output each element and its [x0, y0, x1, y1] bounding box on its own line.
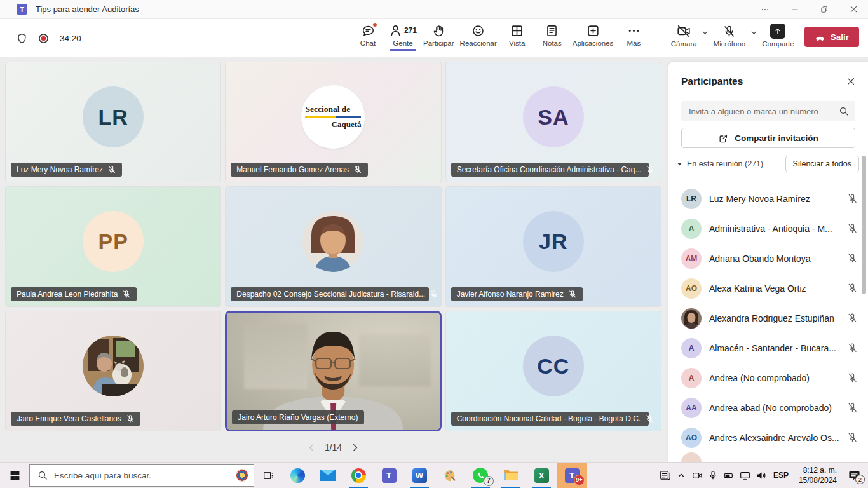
participant-row[interactable]: AA Andrea abad (No comprobado): [668, 393, 868, 423]
taskbar-app-teams[interactable]: T: [374, 463, 404, 488]
share-button[interactable]: Comparte: [762, 23, 794, 48]
in-meeting-section-header[interactable]: En esta reunión (271): [676, 159, 763, 168]
participant-row[interactable]: AO Andres Alexsaindre Arevalo Os...: [668, 423, 868, 452]
mic-off-icon: [847, 342, 858, 353]
restore-button[interactable]: [810, 0, 839, 19]
avatar: SA: [523, 86, 584, 147]
minimize-button[interactable]: [780, 0, 810, 19]
gallery-pagination: 1/14: [5, 442, 661, 452]
language-indicator[interactable]: ESP: [769, 471, 793, 480]
close-button[interactable]: [839, 0, 868, 19]
next-page-button[interactable]: [350, 443, 360, 452]
avatar: LR: [83, 86, 144, 147]
microphone-button[interactable]: Micrófono: [714, 23, 746, 48]
avatar: AO: [681, 278, 702, 299]
video-tile[interactable]: CC Coordinación Nacional Calidad - Bogot…: [445, 311, 661, 431]
avatar: JR: [523, 211, 584, 272]
participant-row[interactable]: A Almacén - Santander - Bucara...: [668, 333, 868, 363]
taskbar-app-explorer[interactable]: [496, 463, 526, 488]
participants-list: LR Luz Mery Novoa Ramírez A Administrati…: [668, 184, 868, 462]
tab-view[interactable]: Vista: [503, 23, 532, 51]
taskbar-app-teams-active[interactable]: T 9+: [557, 463, 587, 488]
avatar: A: [681, 338, 702, 358]
taskbar-app-paint[interactable]: [435, 463, 465, 488]
tab-react[interactable]: Reaccionar: [460, 23, 497, 51]
mic-off-icon: [847, 432, 858, 443]
volume-icon[interactable]: [753, 463, 769, 488]
tab-people[interactable]: 271 Gente: [388, 23, 417, 51]
share-invitation-button[interactable]: Compartir invitación: [681, 128, 855, 148]
tray-date: 15/08/2024: [799, 476, 837, 485]
video-tile[interactable]: Despacho 02 Consejo Seccional Judicatura…: [225, 186, 441, 307]
start-button[interactable]: [0, 463, 29, 488]
profile-photo-avatar: [302, 211, 363, 272]
taskbar-app-whatsapp[interactable]: 7: [465, 463, 496, 488]
file-explorer-icon: [503, 469, 519, 482]
participant-row[interactable]: A Administrativa - Antioquia - M...: [668, 214, 868, 243]
taskbar-app-word[interactable]: W: [404, 463, 435, 488]
close-panel-button[interactable]: [841, 72, 860, 91]
taskbar-app-mail[interactable]: [313, 463, 343, 488]
camera-button[interactable]: Cámara: [671, 23, 697, 48]
mic-off-icon: [645, 414, 654, 423]
taskbar-app-excel[interactable]: X: [526, 463, 557, 488]
video-tile[interactable]: Seccional de Caquetá Manuel Fernando Gom…: [225, 62, 441, 182]
tab-chat[interactable]: Chat: [353, 23, 383, 51]
active-speaker-video-tile[interactable]: Jairo Arturo Riaño Vargas (Externo): [225, 311, 441, 431]
participant-row[interactable]: LR Luz Mery Novoa Ramírez: [668, 184, 868, 214]
excel-icon: X: [534, 468, 549, 483]
show-hidden-icons-chevron[interactable]: [674, 463, 689, 488]
mic-off-icon: [847, 193, 858, 204]
battery-icon[interactable]: [721, 463, 737, 488]
notification-count-badge: 2: [855, 475, 865, 484]
invite-search-input[interactable]: [689, 107, 839, 116]
previous-page-button[interactable]: [307, 443, 316, 452]
selected-tab-underline: [390, 49, 416, 51]
video-tile[interactable]: SA Secretaría Oficina Coordinación Admin…: [445, 62, 661, 182]
mic-off-icon: [107, 165, 116, 174]
taskbar-search-box[interactable]: [29, 464, 254, 487]
widgets-news-icon[interactable]: [658, 463, 674, 488]
search-icon: [37, 470, 48, 480]
panel-scrollbar[interactable]: [862, 156, 866, 294]
mic-off-icon: [847, 253, 858, 264]
leave-button[interactable]: Salir: [804, 27, 859, 47]
tab-notes[interactable]: Notas: [538, 23, 567, 51]
taskbar-app-chrome[interactable]: [343, 463, 374, 488]
avatar: LR: [681, 189, 702, 209]
video-tile[interactable]: LR Luz Mery Novoa Ramírez: [5, 62, 221, 182]
video-tile[interactable]: JR Javier Alfonso Naranjo Ramirez: [445, 186, 661, 307]
chrome-icon: [351, 468, 366, 483]
microphone-in-use-icon[interactable]: [705, 463, 721, 488]
taskbar-search-input[interactable]: [54, 471, 229, 480]
avatar: AO: [681, 428, 702, 448]
participant-row[interactable]: AO Alexa Katrina Vega Ortiz: [668, 273, 868, 303]
task-view-button[interactable]: [254, 463, 282, 488]
invite-search-field[interactable]: [681, 101, 855, 121]
teams-icon: T: [382, 468, 397, 483]
camera-options-chevron[interactable]: [700, 23, 711, 37]
mute-all-button[interactable]: Silenciar a todos: [785, 156, 859, 172]
participant-row[interactable]: Alexandra Rodriguez Estupiñan: [668, 303, 868, 333]
video-tile[interactable]: Jairo Enrique Vera Castellanos: [5, 311, 221, 431]
participant-row[interactable]: A Andrea (No comprobado): [668, 363, 868, 393]
tab-more[interactable]: Más: [619, 23, 648, 51]
paint-icon: [443, 468, 458, 483]
tab-raise-hand[interactable]: Participar: [423, 23, 454, 51]
participant-row[interactable]: AM Adriana Obando Montoya: [668, 243, 868, 273]
microphone-options-chevron[interactable]: [748, 23, 759, 37]
notification-center-button[interactable]: 2: [843, 463, 865, 488]
panel-title: Participantes: [681, 76, 841, 87]
window-menu-button[interactable]: [750, 0, 780, 19]
share-screen-icon: [770, 24, 785, 39]
network-icon[interactable]: [737, 463, 753, 488]
video-tile[interactable]: PP Paula Andrea Leon Piedrahita: [5, 186, 221, 307]
mic-off-icon: [430, 290, 438, 299]
mic-off-icon: [847, 372, 858, 383]
camera-in-use-icon[interactable]: [689, 463, 705, 488]
taskbar-app-edge[interactable]: [282, 463, 313, 488]
participants-panel: Participantes Compartir invitación En es…: [668, 62, 868, 462]
clock[interactable]: 8:12 a. m. 15/08/2024: [793, 465, 843, 485]
tab-apps[interactable]: Aplicaciones: [573, 23, 614, 51]
teams-meeting-window: T Tips para atender Auditorías 34:20 Cha…: [0, 0, 868, 488]
